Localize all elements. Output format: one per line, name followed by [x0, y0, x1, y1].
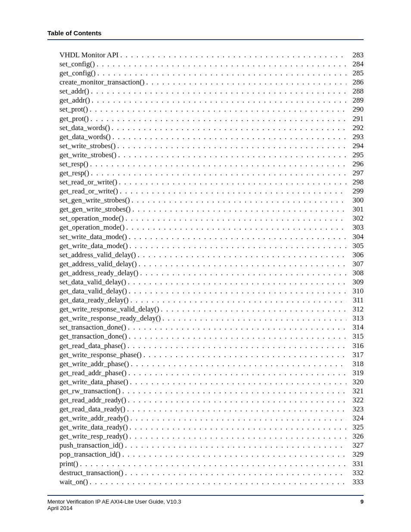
- toc-entry-label: get_write_data_phase(): [59, 377, 128, 386]
- toc-header: Table of Contents: [47, 29, 364, 40]
- toc-entry[interactable]: set_write_strobes()294: [59, 141, 364, 150]
- toc-entry-page: 327: [346, 441, 364, 450]
- toc-leader-dots: [142, 350, 346, 359]
- toc-entry-label: get_addr(): [59, 96, 90, 105]
- toc-entry-label: set_operation_mode(): [59, 214, 124, 223]
- toc-entry-label: set_gen_write_strobes(): [59, 196, 130, 205]
- toc-entry[interactable]: VHDL Monitor API283: [59, 50, 364, 59]
- toc-entry-page: 317: [346, 350, 364, 359]
- toc-entry[interactable]: set_data_valid_delay()309: [59, 277, 364, 286]
- toc-entry[interactable]: set_write_data_mode()304: [59, 232, 364, 241]
- toc-entry[interactable]: get_data_valid_delay()310: [59, 286, 364, 296]
- toc-entry[interactable]: get_write_strobes()295: [59, 150, 364, 159]
- toc-leader-dots: [110, 123, 346, 132]
- toc-leader-dots: [126, 395, 346, 404]
- toc-entry[interactable]: set_transaction_done()314: [59, 323, 364, 332]
- toc-entry-label: wait_on(): [59, 477, 88, 486]
- toc-entry-page: 313: [346, 314, 364, 323]
- toc-entry[interactable]: set_resp()296: [59, 159, 364, 168]
- toc-entry[interactable]: get_address_valid_delay()307: [59, 259, 364, 268]
- toc-leader-dots: [90, 96, 346, 105]
- toc-entry[interactable]: get_transaction_done()315: [59, 332, 364, 341]
- toc-entry[interactable]: get_prot()291: [59, 114, 364, 123]
- toc-entry[interactable]: wait_on()333: [59, 477, 364, 486]
- toc-entry[interactable]: set_config()284: [59, 59, 364, 68]
- toc-entry[interactable]: set_addr()288: [59, 87, 364, 96]
- toc-leader-dots: [78, 459, 346, 468]
- toc-entry-label: get_read_addr_ready(): [59, 395, 126, 404]
- toc-entry-page: 329: [346, 450, 364, 459]
- toc-entry-page: 301: [346, 205, 364, 214]
- toc-entry[interactable]: get_write_data_ready()325: [59, 423, 364, 432]
- toc-leader-dots: [127, 368, 346, 377]
- toc-entry[interactable]: get_write_response_valid_delay()312: [59, 305, 364, 314]
- toc-entry[interactable]: get_data_ready_delay()311: [59, 296, 364, 305]
- toc-leader-dots: [96, 68, 346, 78]
- toc-entry-page: 302: [346, 214, 364, 223]
- toc-entry[interactable]: get_write_resp_ready()326: [59, 432, 364, 441]
- toc-entry[interactable]: get_write_addr_ready()324: [59, 414, 364, 423]
- toc-entry-label: get_config(): [59, 68, 96, 78]
- footer-doc-title: Mentor Verification IP AE AXI4-Lite User…: [47, 498, 181, 505]
- toc-entry[interactable]: get_read_data_phase()316: [59, 341, 364, 350]
- toc-entry[interactable]: get_read_addr_ready()322: [59, 395, 364, 404]
- toc-entry[interactable]: get_rw_transaction()321: [59, 386, 364, 395]
- toc-entry-label: set_write_strobes(): [59, 141, 115, 150]
- toc-entry-page: 316: [346, 341, 364, 350]
- toc-entry[interactable]: get_addr()289: [59, 96, 364, 105]
- toc-entry[interactable]: get_write_addr_phase()318: [59, 359, 364, 368]
- toc-entry[interactable]: get_read_data_ready()323: [59, 404, 364, 414]
- toc-entry[interactable]: get_address_ready_delay()308: [59, 268, 364, 277]
- toc-leader-dots: [131, 205, 346, 214]
- toc-entry[interactable]: set_data_words()292: [59, 123, 364, 132]
- toc-entry-page: 300: [346, 196, 364, 205]
- toc-entry-label: get_prot(): [59, 114, 89, 123]
- toc-entry[interactable]: get_read_or_write()299: [59, 187, 364, 196]
- toc-leader-dots: [125, 223, 346, 232]
- toc-entry-label: get_write_data_ready(): [59, 423, 128, 432]
- toc-entry-label: set_addr(): [59, 87, 89, 96]
- toc-entry[interactable]: get_write_data_mode()305: [59, 241, 364, 250]
- toc-entry[interactable]: destruct_transaction()332: [59, 468, 364, 477]
- toc-entry[interactable]: push_transaction_id()327: [59, 441, 364, 450]
- toc-entry-label: set_data_words(): [59, 123, 110, 132]
- toc-entry-page: 333: [346, 477, 364, 486]
- toc-entry-label: get_transaction_done(): [59, 332, 127, 341]
- toc-entry[interactable]: set_operation_mode()302: [59, 214, 364, 223]
- toc-entry[interactable]: print()331: [59, 459, 364, 468]
- toc-entry-page: 314: [346, 323, 364, 332]
- toc-entry[interactable]: get_read_addr_phase()319: [59, 368, 364, 377]
- toc-leader-dots: [129, 359, 346, 368]
- toc-entry-page: 286: [346, 78, 364, 87]
- toc-entry-page: 283: [346, 50, 364, 59]
- toc-leader-dots: [128, 377, 346, 386]
- toc-entry[interactable]: get_write_response_phase()317: [59, 350, 364, 359]
- toc-entry[interactable]: get_config()285: [59, 68, 364, 78]
- toc-entry[interactable]: get_operation_mode()303: [59, 223, 364, 232]
- toc-entry[interactable]: pop_transaction_id()329: [59, 450, 364, 459]
- toc-entry[interactable]: get_write_data_phase()320: [59, 377, 364, 386]
- toc-leader-dots: [118, 50, 346, 59]
- toc-entry-label: get_write_response_phase(): [59, 350, 142, 359]
- toc-entry-page: 295: [346, 150, 364, 159]
- toc-entry[interactable]: get_resp()297: [59, 168, 364, 177]
- toc-entry[interactable]: get_gen_write_strobes()301: [59, 205, 364, 214]
- toc-leader-dots: [128, 241, 346, 250]
- toc-entry[interactable]: create_monitor_transaction()286: [59, 78, 364, 87]
- toc-leader-dots: [127, 232, 346, 241]
- toc-entry[interactable]: get_data_words()293: [59, 132, 364, 141]
- toc-entry[interactable]: set_prot()290: [59, 105, 364, 114]
- toc-entry[interactable]: set_address_valid_delay()306: [59, 250, 364, 259]
- toc-leader-dots: [126, 341, 346, 350]
- toc-leader-dots: [95, 59, 346, 68]
- toc-entry-label: get_address_ready_delay(): [59, 268, 138, 277]
- toc-entry[interactable]: set_read_or_write()298: [59, 177, 364, 187]
- toc-entry-page: 292: [346, 123, 364, 132]
- toc-entry-page: 304: [346, 232, 364, 241]
- toc-leader-dots: [117, 177, 346, 187]
- toc-leader-dots: [124, 214, 346, 223]
- toc-entry-page: 320: [346, 377, 364, 386]
- toc-entry[interactable]: get_write_response_ready_delay()313: [59, 314, 364, 323]
- toc-entry[interactable]: set_gen_write_strobes()300: [59, 196, 364, 205]
- toc-entry-label: set_transaction_done(): [59, 323, 126, 332]
